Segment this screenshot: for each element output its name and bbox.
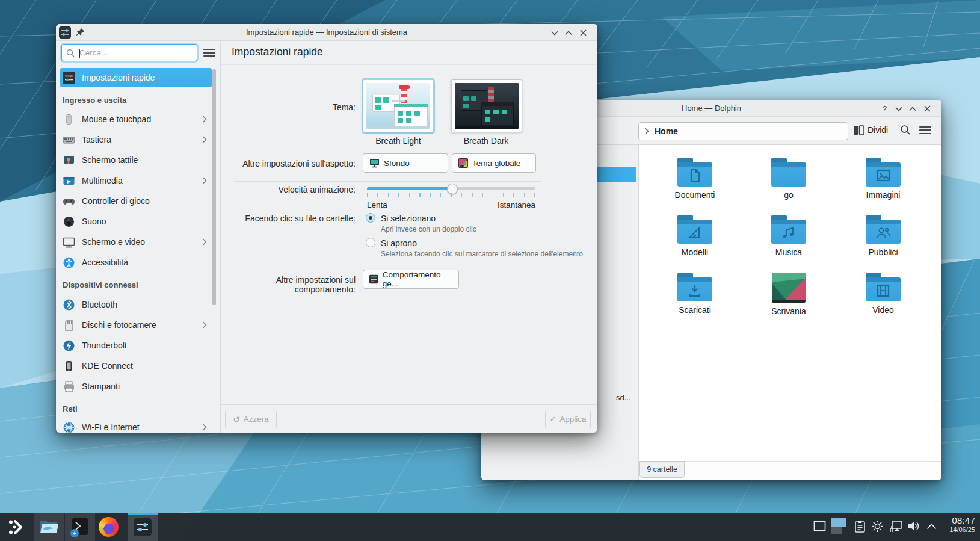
- reset-button[interactable]: ↺ Azzera: [225, 410, 277, 428]
- brightness-icon[interactable]: [871, 520, 884, 533]
- virtual-desktop-pager-icon[interactable]: [813, 520, 826, 532]
- radio-si-aprono[interactable]: [366, 238, 375, 247]
- folder-item[interactable]: Scaricati: [656, 273, 734, 315]
- sidebar-item-controller[interactable]: Controller di gioco: [60, 191, 212, 211]
- theme-row-label: Tema:: [223, 102, 356, 112]
- radio-open-label[interactable]: Si aprono: [381, 238, 417, 248]
- sidebar-item-stampanti[interactable]: Stampanti: [60, 377, 212, 396]
- sidebar-item-thunderbolt[interactable]: Thunderbolt: [60, 336, 212, 355]
- folder-item[interactable]: Documenti: [656, 158, 734, 200]
- sidebar-item-wifi[interactable]: Wi-Fi e Internet: [60, 418, 212, 437]
- task-dolphin[interactable]: [34, 513, 64, 541]
- sidebar-item-impostazioni-rapide[interactable]: Impostazioni rapide: [60, 68, 212, 87]
- image-glyph-icon: [875, 168, 891, 183]
- settings-titlebar[interactable]: Impostazioni rapide — Impostazioni di si…: [56, 24, 597, 41]
- touchscreen-icon: [63, 154, 75, 167]
- folder-item[interactable]: Musica: [750, 215, 828, 258]
- sidebar-scrollbar[interactable]: [212, 69, 216, 305]
- sidebar-item-multimedia[interactable]: Multimedia: [60, 171, 212, 190]
- people-glyph-icon: [875, 226, 891, 240]
- global-theme-button[interactable]: Tema globale: [452, 153, 536, 173]
- sidebar-item-dischi[interactable]: Dischi e fotocamere: [60, 315, 212, 335]
- sidebar-item-mouse[interactable]: Mouse e touchpad: [60, 110, 212, 129]
- folder-item[interactable]: Immagini: [844, 158, 922, 200]
- wallpaper-settings-button[interactable]: Sfondo: [363, 153, 448, 173]
- wired-network-icon[interactable]: [889, 520, 903, 533]
- monitor-icon: [63, 236, 75, 249]
- hamburger-menu-icon[interactable]: [203, 49, 215, 57]
- active-task-indicator: [128, 513, 158, 515]
- radio-si-selezionano[interactable]: [366, 213, 375, 223]
- breadcrumb-home[interactable]: Home: [655, 126, 678, 136]
- folder-item[interactable]: Video: [844, 273, 922, 315]
- sidebar-item-schermo-video[interactable]: Schermo e video: [60, 232, 212, 252]
- general-behavior-button[interactable]: Comportamento ge...: [363, 270, 459, 289]
- slider-min-label: Lenta: [367, 200, 387, 209]
- film-glyph-icon: [875, 283, 891, 298]
- help-button[interactable]: ?: [880, 104, 890, 114]
- breadcrumb[interactable]: Home: [638, 122, 848, 140]
- search-field[interactable]: [61, 44, 197, 61]
- desktop: Home — Dolphin ? Home Dividi: [0, 0, 980, 541]
- slider-fill: [367, 187, 452, 190]
- task-firefox[interactable]: [99, 517, 119, 537]
- radio-select-label[interactable]: Si selezionano: [381, 214, 436, 223]
- split-view-icon[interactable]: [853, 125, 864, 135]
- split-button[interactable]: Dividi: [868, 125, 888, 135]
- system-settings-icon: [134, 518, 152, 536]
- minimize-button[interactable]: [549, 28, 559, 38]
- status-count-badge: 9 cartelle: [639, 461, 685, 478]
- radio-open-desc: Seleziona facendo clic sul marcatore di …: [381, 250, 583, 258]
- folder-public-icon: [866, 215, 901, 244]
- folder-view: Documenti go Immagini Modelli: [639, 145, 941, 461]
- sidebar-item-tastiera[interactable]: Tastiera: [60, 130, 212, 149]
- mouse-icon: [63, 113, 75, 126]
- folder-plain-icon: [771, 158, 806, 187]
- phone-icon: [63, 360, 75, 373]
- search-input[interactable]: [78, 48, 186, 58]
- slider-max-label: Istantanea: [495, 200, 535, 209]
- maximize-button[interactable]: [907, 104, 917, 114]
- search-icon[interactable]: [900, 125, 911, 135]
- folder-item[interactable]: go: [750, 158, 828, 200]
- folder-videos-icon: [866, 273, 901, 301]
- close-button[interactable]: [922, 104, 932, 114]
- accessibility-icon: [63, 256, 75, 269]
- global-theme-icon: [458, 158, 468, 168]
- theme-breath-light[interactable]: [363, 79, 434, 132]
- sidebar-item-bluetooth[interactable]: Bluetooth: [60, 295, 212, 314]
- volume-icon[interactable]: [907, 520, 920, 532]
- folder-item[interactable]: Pubblici: [844, 215, 922, 258]
- task-konsole[interactable]: +: [65, 513, 95, 541]
- task-system-settings[interactable]: [128, 513, 158, 541]
- minimize-button[interactable]: [893, 104, 904, 114]
- folder-item[interactable]: Scrivania: [750, 273, 828, 317]
- footer-divider: [221, 404, 597, 405]
- breath-dark-preview: [455, 83, 519, 129]
- sidebar-item-schermo-tattile[interactable]: Schermo tattile: [60, 150, 212, 170]
- sidebar-item-suono[interactable]: Suono: [60, 212, 212, 231]
- settings-window-title: Impostazioni rapide — Impostazioni di si…: [56, 28, 597, 37]
- digital-clock[interactable]: 08:47 14/06/25: [949, 515, 975, 533]
- folder-item[interactable]: Modelli: [656, 215, 734, 258]
- folder-documents-icon: [677, 158, 712, 187]
- plus-badge: +: [70, 529, 79, 537]
- expand-tray-chevron-icon[interactable]: [926, 523, 937, 530]
- page-title: Impostazioni rapide: [232, 46, 323, 58]
- app-launcher-icon[interactable]: [7, 518, 25, 536]
- maximize-button[interactable]: [563, 28, 573, 38]
- close-button[interactable]: [578, 28, 588, 38]
- speaker-icon: [63, 215, 75, 228]
- sidebar-item-accessibilita[interactable]: Accessibilità: [60, 253, 212, 272]
- places-item-truncated[interactable]: sd...: [616, 393, 631, 402]
- clipboard-icon[interactable]: [854, 520, 866, 533]
- theme-breath-dark[interactable]: [451, 79, 522, 132]
- active-desktop-pager-icon[interactable]: [831, 518, 846, 536]
- gamepad-icon: [63, 195, 75, 208]
- printer-icon: [63, 380, 75, 393]
- hamburger-menu-icon[interactable]: [919, 126, 931, 134]
- sidebar-item-kde-connect[interactable]: KDE Connect: [60, 356, 212, 376]
- close-icon: [924, 105, 931, 112]
- radio-select-desc: Apri invece con un doppio clic: [381, 225, 476, 233]
- apply-button[interactable]: ✓ Applica: [545, 410, 591, 428]
